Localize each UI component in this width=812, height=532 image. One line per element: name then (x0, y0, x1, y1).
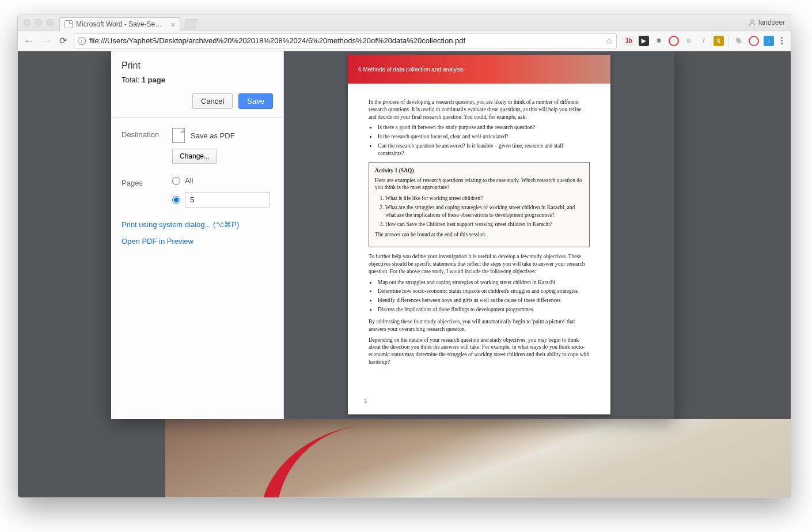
page-header: 6 Methods of data collection and analysi… (348, 55, 610, 84)
extension-icon[interactable]: ✽ (654, 36, 664, 46)
bookmark-star-icon[interactable]: ☆ (605, 36, 613, 46)
background-pdf-page (165, 419, 791, 497)
extension-icon[interactable]: ▶ (639, 36, 649, 46)
pages-custom-radio[interactable] (172, 196, 180, 204)
content-area: Print Total: 1 page Cancel Save Destinat… (18, 51, 791, 497)
extension-icons: 1b ▶ ✽ ⊘ i k 🐘 ↓ (624, 35, 785, 47)
svg-point-0 (751, 20, 754, 22)
extension-icon[interactable] (749, 36, 759, 46)
activity-box: Activity 1 (SAQ) Here are examples of re… (369, 162, 590, 248)
minimize-window-button[interactable] (35, 19, 42, 26)
destination-label: Destination (122, 128, 166, 139)
pdf-icon (172, 128, 185, 143)
browser-tab[interactable]: Microsoft Word - Save-Session × (59, 17, 180, 31)
title-bar: Microsoft Word - Save-Session × landseer (18, 14, 791, 31)
page-body: In the process of developing a research … (348, 84, 610, 375)
pages-custom-option[interactable] (172, 192, 273, 207)
close-window-button[interactable] (24, 19, 31, 26)
evernote-icon[interactable]: 🐘 (734, 36, 744, 46)
maximize-window-button[interactable] (47, 19, 54, 26)
system-dialog-link[interactable]: Print using system dialog... (⌥⌘P) (122, 220, 273, 229)
pages-all-option[interactable]: All (172, 176, 273, 185)
pages-label: Pages (122, 176, 166, 187)
extension-icon[interactable]: i (699, 36, 709, 46)
browser-menu-button[interactable] (779, 37, 785, 44)
open-in-preview-link[interactable]: Open PDF in Preview (122, 237, 273, 246)
print-total: Total: 1 page (122, 76, 273, 84)
browser-toolbar: ← → ⟳ i file:///Users/YaphetS/Desktop/ar… (18, 31, 791, 51)
profile-badge[interactable]: landseer (748, 18, 785, 27)
doc-icon (64, 20, 73, 28)
tab-strip: Microsoft Word - Save-Session × (59, 14, 198, 31)
save-button[interactable]: Save (238, 93, 273, 109)
reload-button[interactable]: ⟳ (59, 35, 67, 46)
extension-icon[interactable]: ⊘ (684, 36, 694, 46)
tab-title: Microsoft Word - Save-Session (76, 20, 165, 28)
close-tab-icon[interactable]: × (170, 20, 175, 29)
extension-icon[interactable]: ↓ (764, 36, 774, 46)
url-text: file:///Users/YaphetS/Desktop/archived%2… (89, 36, 465, 45)
extension-icon[interactable] (669, 36, 679, 46)
cancel-button[interactable]: Cancel (192, 93, 233, 109)
address-bar[interactable]: i file:///Users/YaphetS/Desktop/archived… (74, 33, 617, 48)
print-title: Print (122, 61, 273, 71)
print-settings-panel: Print Total: 1 page Cancel Save Destinat… (111, 51, 284, 419)
intro-bullets: Is there a good fit between the study pu… (377, 124, 590, 157)
pages-all-radio[interactable] (172, 177, 180, 185)
extension-icon[interactable]: k (714, 36, 724, 46)
site-info-icon[interactable]: i (78, 37, 86, 45)
print-preview-area: 6 Methods of data collection and analysi… (284, 51, 674, 419)
destination-value: Save as PDF (191, 131, 235, 140)
new-tab-button[interactable] (184, 19, 198, 29)
extension-icon[interactable]: 1b (624, 36, 634, 46)
pages-custom-input[interactable] (185, 192, 270, 207)
profile-icon (748, 18, 756, 27)
window-controls (24, 19, 54, 26)
browser-window: Microsoft Word - Save-Session × landseer… (17, 14, 791, 498)
change-destination-button[interactable]: Change... (172, 149, 217, 164)
back-button[interactable]: ← (24, 36, 34, 46)
page-number: 5 (364, 398, 367, 404)
nav-arrows: ← → (24, 36, 52, 46)
print-dialog: Print Total: 1 page Cancel Save Destinat… (111, 51, 674, 419)
forward-button[interactable]: → (42, 36, 52, 46)
preview-page[interactable]: 6 Methods of data collection and analysi… (348, 55, 610, 414)
